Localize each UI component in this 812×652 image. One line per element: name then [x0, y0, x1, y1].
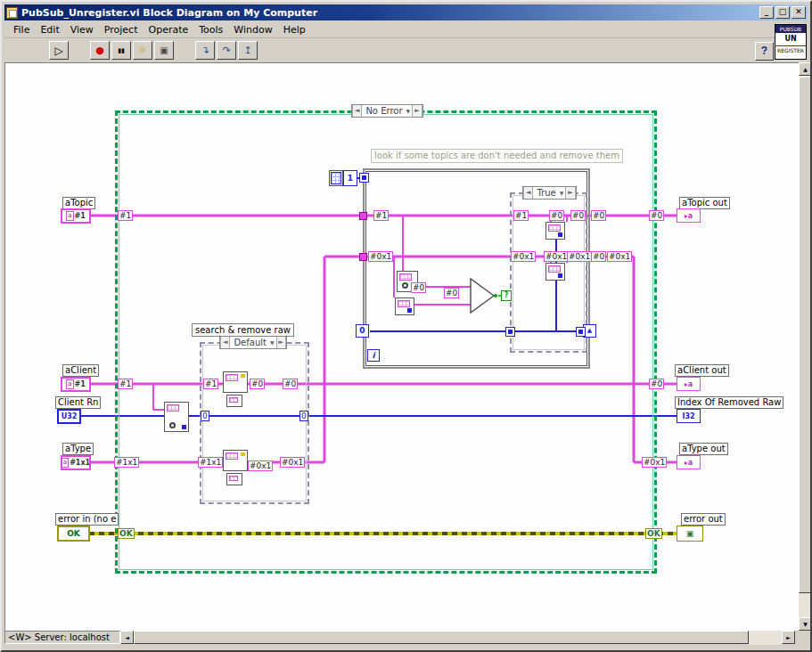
- scroll-left-icon[interactable]: ◄: [120, 631, 134, 644]
- shift-register-left[interactable]: 0: [356, 324, 369, 338]
- vertical-scrollbar[interactable]: ▲ ▼: [799, 62, 812, 631]
- wire-label: #1: [373, 210, 389, 221]
- delete-from-array-icon[interactable]: [223, 371, 248, 393]
- step-into-button[interactable]: ↴: [195, 41, 215, 60]
- abort-button[interactable]: ●: [90, 41, 110, 60]
- wire-label: #1x1: [114, 457, 139, 468]
- terminal-atopic[interactable]: a #1: [61, 208, 91, 224]
- comment-label: look if some topics are don't needed and…: [371, 149, 623, 163]
- unbundle-icon[interactable]: [395, 297, 414, 315]
- case-selector-tunnel[interactable]: ?: [501, 290, 512, 301]
- case-prev-icon[interactable]: ◄: [352, 105, 362, 117]
- wire-label: #0: [570, 210, 586, 221]
- scroll-down-icon[interactable]: ▼: [799, 617, 812, 631]
- terminal-atopic-out[interactable]: ▸a: [677, 208, 701, 223]
- wire-label: OK: [118, 528, 135, 539]
- terminal-aclient-out[interactable]: ▸a: [677, 377, 701, 391]
- wire-label: #0x1: [248, 460, 273, 471]
- terminal-atype[interactable]: a #1x1: [61, 455, 91, 470]
- terminal-aclient[interactable]: a #1: [61, 377, 91, 392]
- terminal-client-rn[interactable]: U32: [57, 409, 81, 424]
- delete-from-array-icon[interactable]: [545, 263, 565, 281]
- array-constant-value[interactable]: 1: [343, 170, 357, 186]
- array-subnode-icon[interactable]: [226, 395, 242, 407]
- vi-icon-line3: REGISTER: [775, 45, 806, 54]
- vi-icon[interactable]: PUBSUB UN REGISTER: [775, 24, 807, 60]
- wire-label: #0x1: [280, 457, 305, 468]
- loop-count-tunnel[interactable]: [359, 173, 369, 183]
- close-button[interactable]: ✕: [791, 6, 806, 19]
- array-grid-icon: [331, 172, 341, 184]
- array-glyph: a: [66, 379, 73, 389]
- tunnel[interactable]: [576, 327, 586, 337]
- menu-item-project[interactable]: Project: [99, 22, 144, 37]
- case-selector-true[interactable]: ◄ True ▼ ►: [522, 186, 577, 200]
- case-structure-default[interactable]: [200, 342, 309, 504]
- pause-button[interactable]: ▮▮: [111, 41, 131, 60]
- retain-wire-values-button[interactable]: ▣: [154, 41, 174, 60]
- wire-label: #0: [591, 210, 606, 221]
- terminal-index-of-removed-raw[interactable]: I32: [677, 409, 701, 423]
- case-next-icon[interactable]: ►: [276, 337, 286, 348]
- wire-label: #0: [591, 251, 606, 262]
- case-next-icon[interactable]: ►: [412, 105, 422, 117]
- step-out-button[interactable]: ↥: [238, 41, 258, 60]
- block-diagram-canvas[interactable]: ◄ No Error ▼ ► ◄ True ▼ ► ◄ Default ▼ ► …: [4, 62, 799, 631]
- loop-iterator-terminal[interactable]: i: [367, 349, 380, 362]
- maximize-button[interactable]: □: [775, 6, 790, 19]
- tunnel[interactable]: [505, 327, 515, 337]
- array-constant-grid[interactable]: [329, 170, 343, 186]
- run-button[interactable]: ▷: [49, 41, 69, 60]
- terminal-label-atype: aType: [62, 443, 94, 455]
- case-selector-label: No Error: [362, 106, 406, 116]
- menu-item-operate[interactable]: Operate: [143, 22, 193, 37]
- menu-item-edit[interactable]: Edit: [35, 22, 64, 37]
- wire-label: #0: [649, 379, 664, 389]
- scroll-right-icon[interactable]: ►: [782, 631, 795, 644]
- case-selector-label: Default: [230, 338, 270, 347]
- wire-label: #1: [513, 210, 529, 221]
- wire-label: #0x1: [511, 251, 536, 262]
- tunnel[interactable]: [359, 253, 367, 261]
- highlight-execution-button[interactable]: ☼: [133, 41, 152, 60]
- vertical-scroll-thumb[interactable]: [799, 77, 812, 593]
- help-button[interactable]: ?: [755, 42, 774, 61]
- horizontal-scroll-track[interactable]: [749, 631, 782, 645]
- delete-from-array-icon[interactable]: [223, 450, 248, 471]
- terminal-label-atype-out: aType out: [679, 443, 728, 455]
- wire-label: #0: [283, 379, 298, 389]
- search-1d-array-icon[interactable]: [164, 402, 189, 432]
- step-over-button[interactable]: ↷: [217, 41, 236, 60]
- window-title: PubSub_Unregister.vi Block Diagram on My…: [21, 7, 759, 19]
- terminal-label-error-in: error in (no e: [55, 513, 119, 526]
- tunnel[interactable]: [359, 212, 367, 220]
- case-prev-icon[interactable]: ◄: [220, 337, 230, 348]
- delete-from-array-icon[interactable]: [545, 222, 565, 240]
- array-glyph: a: [66, 211, 73, 221]
- wire-label: #0: [250, 379, 265, 389]
- menu-item-file[interactable]: File: [8, 22, 35, 37]
- minimize-button[interactable]: _: [759, 6, 774, 19]
- menu-item-help[interactable]: Help: [278, 22, 311, 37]
- terminal-error-out[interactable]: ▣: [677, 526, 703, 542]
- terminal-error-in[interactable]: OK: [57, 526, 90, 542]
- case-next-icon[interactable]: ►: [565, 187, 575, 199]
- terminal-label-error-out: error out: [681, 513, 726, 526]
- menu-item-window[interactable]: Window: [228, 22, 277, 37]
- menu-item-tools[interactable]: Tools: [193, 22, 228, 37]
- array-subnode-icon[interactable]: [226, 473, 242, 485]
- labview-window: PubSub_Unregister.vi Block Diagram on My…: [0, 0, 812, 652]
- chevron-down-icon: ▼: [406, 108, 413, 114]
- wire-label: #1: [118, 379, 133, 389]
- terminal-atype-out[interactable]: ▸a: [677, 455, 701, 469]
- window-icon[interactable]: [6, 7, 18, 19]
- toolbar: ▷●▮▮☼▣↴↷↥: [4, 38, 808, 62]
- scroll-up-icon[interactable]: ▲: [799, 62, 812, 76]
- horizontal-scroll-thumb[interactable]: [134, 631, 749, 644]
- case-selector-default[interactable]: ◄ Default ▼ ►: [219, 336, 287, 349]
- wire-label: #0: [444, 288, 459, 298]
- case-prev-icon[interactable]: ◄: [523, 187, 533, 199]
- wire-label: OK: [645, 528, 662, 539]
- menu-item-view[interactable]: View: [65, 22, 99, 37]
- case-selector-no-error[interactable]: ◄ No Error ▼ ►: [351, 104, 423, 118]
